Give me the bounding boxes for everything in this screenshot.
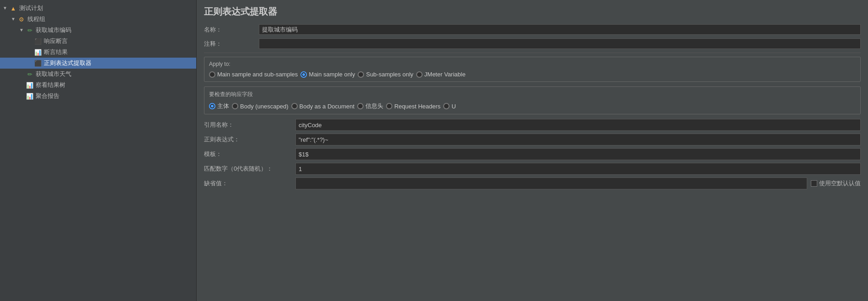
response-field-option-info-header[interactable]: 信息头: [357, 102, 383, 110]
sidebar-item-label-regex-extractor: 正则表达式提取器: [44, 59, 91, 67]
match-no-input[interactable]: [295, 163, 861, 175]
icon-plan: ▲: [9, 4, 17, 12]
apply-to-option-main-sub[interactable]: Main sample and sub-samples: [209, 71, 298, 78]
sidebar-item-aggregate-report[interactable]: 📊聚合报告: [0, 91, 196, 102]
tree-arrow-test-plan: ▼: [3, 5, 8, 11]
radio-circle-main-only[interactable]: [300, 71, 307, 78]
sidebar-item-regex-extractor[interactable]: ⬛正则表达式提取器: [0, 58, 196, 69]
sidebar-item-label-thread-group: 线程组: [27, 15, 45, 23]
regex-label: 正则表达式：: [204, 135, 295, 144]
apply-to-radio-group: Main sample and sub-samplesMain sample o…: [209, 71, 856, 78]
sidebar-item-label-response-assertion: 响应断言: [44, 37, 68, 45]
icon-thread: ⚙: [17, 15, 26, 23]
radio-label-main-only: Main sample only: [309, 71, 355, 78]
sidebar-item-label-get-city-code: 获取城市编码: [36, 26, 71, 34]
sidebar-item-test-plan[interactable]: ▼▲测试计划: [0, 3, 196, 14]
comment-input[interactable]: [259, 38, 861, 49]
match-no-label: 匹配数字（0代表随机）：: [204, 165, 295, 173]
sidebar-item-response-assertion[interactable]: ⬛响应断言: [0, 36, 196, 47]
regex-row: 正则表达式：: [204, 134, 861, 145]
radio-circle-body-unescaped[interactable]: [232, 103, 238, 109]
icon-sampler: ✏: [26, 70, 34, 78]
apply-to-option-sub-only[interactable]: Sub-samples only: [358, 71, 413, 78]
tree-arrow-thread-group: ▼: [11, 16, 16, 22]
name-label: 名称：: [204, 26, 259, 34]
apply-to-option-main-only[interactable]: Main sample only: [300, 71, 355, 78]
icon-report: 📊: [26, 92, 34, 100]
comment-label: 注释：: [204, 40, 259, 48]
comment-row: 注释：: [204, 38, 861, 53]
match-no-row: 匹配数字（0代表随机）：: [204, 163, 861, 175]
radio-label-body-doc: Body as a Document: [300, 103, 355, 110]
icon-sampler: ✏: [26, 26, 34, 34]
use-empty-default-checkbox[interactable]: [811, 180, 817, 187]
template-row: 模板：: [204, 148, 861, 160]
sidebar-item-label-aggregate-report: 聚合报告: [36, 92, 59, 100]
response-field-option-body[interactable]: 主体: [209, 102, 229, 110]
sidebar-item-get-city-code[interactable]: ▼✏获取城市编码: [0, 25, 196, 36]
radio-circle-body[interactable]: [209, 103, 215, 109]
radio-label-u: U: [451, 103, 455, 110]
icon-extractor: ⬛: [34, 59, 42, 67]
radio-circle-main-sub[interactable]: [209, 71, 215, 78]
response-field-option-body-unescaped[interactable]: Body (unescaped): [232, 103, 289, 110]
use-empty-default-container: 使用空默认认值: [811, 179, 861, 188]
sidebar-item-label-assertion-result: 断言结果: [44, 48, 68, 56]
radio-label-main-sub: Main sample and sub-samples: [217, 71, 298, 78]
sidebar-item-get-city-weather[interactable]: ✏获取城市天气: [0, 69, 196, 80]
radio-label-body: 主体: [217, 102, 229, 110]
apply-to-option-jmeter-var[interactable]: JMeter Variable: [416, 71, 466, 78]
radio-label-request-headers: Request Headers: [394, 103, 440, 110]
sidebar-item-result-tree[interactable]: 📊察看结果树: [0, 80, 196, 91]
apply-to-section: Apply to: Main sample and sub-samplesMai…: [204, 57, 861, 82]
response-field-title: 要检查的响应字段: [209, 91, 856, 98]
sidebar-item-thread-group[interactable]: ▼⚙线程组: [0, 14, 196, 25]
radio-circle-u[interactable]: [443, 103, 450, 109]
sidebar-item-label-get-city-weather: 获取城市天气: [36, 70, 71, 78]
page-title: 正则表达式提取器: [204, 5, 861, 18]
default-value-row: 缺省值： 使用空默认认值: [204, 177, 861, 189]
template-label: 模板：: [204, 150, 295, 158]
ref-name-input[interactable]: [295, 119, 861, 131]
main-panel: 正则表达式提取器 名称： 注释： Apply to: Main sample a…: [197, 0, 868, 301]
use-empty-default-label: 使用空默认认值: [819, 179, 861, 188]
sidebar-item-label-result-tree: 察看结果树: [36, 81, 65, 89]
response-field-section: 要检查的响应字段 主体Body (unescaped)Body as a Doc…: [204, 86, 861, 114]
default-value-label: 缺省值：: [204, 179, 295, 188]
sidebar: ▼▲测试计划▼⚙线程组▼✏获取城市编码⬛响应断言📊断言结果⬛正则表达式提取器✏获…: [0, 0, 197, 301]
response-field-option-body-doc[interactable]: Body as a Document: [291, 103, 355, 110]
name-input[interactable]: [259, 24, 861, 35]
radio-circle-jmeter-var[interactable]: [416, 71, 423, 78]
radio-circle-request-headers[interactable]: [386, 103, 392, 109]
sidebar-item-label-test-plan: 测试计划: [19, 4, 43, 12]
radio-circle-body-doc[interactable]: [291, 103, 298, 109]
radio-circle-sub-only[interactable]: [358, 71, 364, 78]
sidebar-item-assertion-result[interactable]: 📊断言结果: [0, 47, 196, 58]
default-value-input[interactable]: [295, 177, 807, 189]
radio-label-jmeter-var: JMeter Variable: [424, 71, 466, 78]
icon-assertion2: 📊: [34, 48, 42, 56]
icon-listener: 📊: [26, 81, 34, 89]
response-field-radio-group: 主体Body (unescaped)Body as a Document信息头R…: [209, 102, 856, 110]
name-row: 名称：: [204, 24, 861, 35]
ref-name-label: 引用名称：: [204, 121, 295, 129]
response-field-option-u[interactable]: U: [443, 103, 455, 110]
radio-label-sub-only: Sub-samples only: [366, 71, 413, 78]
response-field-option-request-headers[interactable]: Request Headers: [386, 103, 440, 110]
tree-arrow-get-city-code: ▼: [19, 27, 25, 33]
template-input[interactable]: [295, 148, 861, 160]
radio-label-info-header: 信息头: [365, 102, 383, 110]
icon-assertion: ⬛: [34, 37, 42, 45]
radio-circle-info-header[interactable]: [357, 103, 364, 109]
apply-to-title: Apply to:: [209, 61, 856, 67]
radio-label-body-unescaped: Body (unescaped): [240, 103, 289, 110]
ref-name-row: 引用名称：: [204, 119, 861, 131]
regex-input[interactable]: [295, 134, 861, 145]
